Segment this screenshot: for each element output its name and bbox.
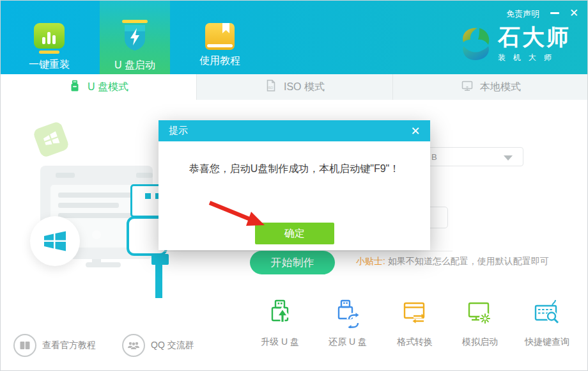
- iso-file-icon: ISO: [265, 79, 277, 95]
- mode-tabbar: U 盘模式 ISO ISO 模式 本地模式: [1, 74, 588, 100]
- usb-plug-cable-illustration: [155, 264, 162, 298]
- dialog-close-icon[interactable]: ✕: [407, 123, 424, 139]
- tab-label: 本地模式: [480, 81, 521, 94]
- minimize-icon: [550, 12, 559, 14]
- brand-swirl-icon: [458, 25, 491, 65]
- close-button[interactable]: ✕: [567, 6, 581, 20]
- tab-local-mode[interactable]: 本地模式: [392, 74, 588, 100]
- nav-item-label: 一键重装: [29, 58, 70, 72]
- link-label: 查看官方教程: [42, 340, 96, 351]
- brand-logo: 石大师 装机大师: [458, 25, 571, 65]
- tab-label: ISO 模式: [284, 81, 325, 94]
- windows-badge: [30, 216, 80, 266]
- nav-item-one-key-reinstall[interactable]: 一键重装: [20, 1, 79, 74]
- book-icon: [205, 23, 235, 50]
- format-convert-icon: [400, 299, 429, 331]
- nav-item-tutorial[interactable]: 使用教程: [191, 1, 249, 74]
- chevron-down-icon: [504, 155, 513, 161]
- people-circle-icon: [122, 334, 145, 357]
- tip-text: 小贴士: 如果不知道怎么配置，使用默认配置即可: [356, 256, 549, 267]
- dialog-message: 恭喜您，启动U盘制作成功，本机启动键"F9"！: [159, 162, 430, 176]
- tool-format-convert[interactable]: 格式转换: [382, 299, 448, 348]
- bar-chart-icon: [34, 23, 65, 54]
- tool-label: 还原 U 盘: [329, 336, 367, 348]
- tab-label: U 盘模式: [88, 81, 128, 94]
- usb-restore-icon: [333, 299, 362, 331]
- nav-item-usb-boot[interactable]: U 盘启动: [100, 1, 170, 74]
- tool-label: 升级 U 盘: [261, 336, 299, 348]
- minimize-button[interactable]: [548, 6, 562, 20]
- shield-lightning-icon: [118, 19, 151, 54]
- nav-item-label: U 盘启动: [114, 59, 155, 72]
- ok-button[interactable]: 确定: [255, 223, 334, 244]
- success-dialog: 提示 ✕ 恭喜您，启动U盘制作成功，本机启动键"F9"！ 确定: [159, 120, 430, 250]
- book-circle-icon: [13, 334, 36, 357]
- disclaimer-link[interactable]: 免责声明: [506, 8, 539, 20]
- usb-plug-tip-illustration: [130, 184, 162, 217]
- tool-label: 模拟启动: [462, 336, 498, 348]
- brand-subtitle: 装机大师: [498, 52, 571, 63]
- hotkey-query-icon: [532, 299, 562, 331]
- usb-drive-icon: [68, 79, 81, 95]
- tab-usb-mode[interactable]: U 盘模式: [1, 74, 196, 100]
- tool-label: 格式转换: [397, 336, 433, 348]
- monitor-stand-base: [86, 262, 121, 267]
- tool-upgrade-usb[interactable]: 升级 U 盘: [247, 299, 313, 348]
- tool-hotkey-query[interactable]: 快捷键查询: [514, 299, 580, 348]
- official-tutorial-link[interactable]: 查看官方教程: [13, 334, 96, 357]
- monitor-icon: [461, 79, 474, 95]
- link-label: QQ 交流群: [151, 340, 194, 351]
- simulate-boot-icon: [465, 299, 495, 331]
- usb-upgrade-icon: [265, 299, 295, 331]
- brand-name: 石大师: [498, 25, 571, 49]
- usb-drive-select-value: B: [431, 152, 437, 162]
- usb-plug-cap-illustration: [151, 254, 169, 265]
- dialog-title: 提示: [169, 125, 188, 137]
- tip-label: 小贴士:: [356, 256, 385, 266]
- tool-restore-usb[interactable]: 还原 U 盘: [314, 299, 381, 348]
- tool-simulate-boot[interactable]: 模拟启动: [447, 299, 513, 348]
- dialog-header: 提示: [159, 120, 430, 141]
- app-window: 一键重装 U 盘启动 使用教程 免责声明 ✕: [0, 0, 588, 371]
- svg-text:ISO: ISO: [268, 86, 273, 90]
- qq-group-link[interactable]: QQ 交流群: [122, 334, 194, 357]
- start-make-button[interactable]: 开始制作: [250, 251, 335, 274]
- tab-iso-mode[interactable]: ISO ISO 模式: [196, 74, 392, 100]
- tool-label: 快捷键查询: [525, 336, 569, 348]
- nav-item-label: 使用教程: [199, 54, 240, 68]
